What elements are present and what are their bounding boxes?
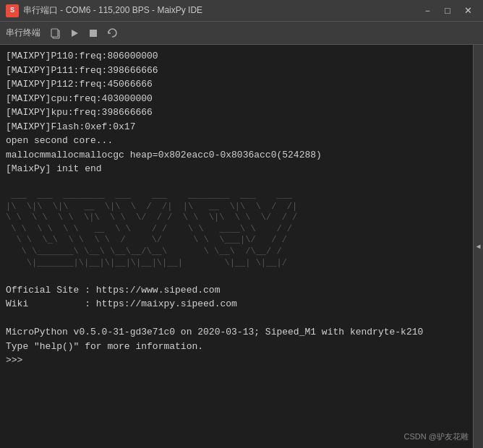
terminal-line [6,269,467,283]
terminal-line: mallocmmallocmallocgc heap=0x802eacc0-0x… [6,148,467,163]
terminal-line: MicroPython v0.5.0-31-gd3e71c0 on 2020-0… [6,325,467,340]
terminal-line: [MAIXPY]P111:freq:398666666 [6,64,467,78]
ascii-art-line: \|_______|\|__|\|__|\|__|\|__| \|__| \|_… [6,258,467,270]
svg-marker-2 [72,30,78,37]
main-container: [MAIXPY]P110:freq:806000000[MAIXPY]P111:… [0,45,483,448]
close-button[interactable]: ✕ [458,4,477,18]
collapse-arrow-icon: ◀ [476,242,480,251]
run-icon [69,28,80,38]
ascii-art-line: \ \ \ \ \ \ \|\ \ \ \/ / / \ \ \|\ \ \ \… [6,212,467,224]
terminal-output[interactable]: [MAIXPY]P110:freq:806000000[MAIXPY]P111:… [0,45,473,448]
toolbar: 串行终端 [0,22,483,45]
terminal-line: [MAIXPY]P112:freq:45066666 [6,77,467,92]
title-bar-left: S 串行端口 - COM6 - 115,200 BPS - MaixPy IDE [6,4,202,17]
terminal-line: open second core... [6,134,467,148]
stop-button[interactable] [85,25,101,41]
svg-rect-1 [51,29,58,37]
minimize-button[interactable]: － [418,4,437,18]
refresh-button[interactable] [104,25,120,41]
run-button[interactable] [67,25,82,41]
terminal-line: Type "help()" for more information. [6,340,467,354]
terminal-line: [MaixPy] init end [6,162,467,176]
title-bar-title: 串行端口 - COM6 - 115,200 BPS - MaixPy IDE [23,4,202,17]
watermark: CSDN @驴友花雕 [404,431,469,442]
terminal-line [6,176,467,191]
terminal-line: [MAIXPY]kpu:freq:398666666 [6,105,467,120]
stop-icon [89,29,98,38]
copy-icon [50,27,61,39]
ascii-art-line: ___ ___ ________ ___ ___ ________ ___ __… [6,190,467,202]
title-bar-controls: － □ ✕ [418,4,477,18]
terminal-line: [MAIXPY]Flash:0xef:0x17 [6,120,467,134]
terminal-line: Wiki : https://maixpy.sipeed.com [6,297,467,311]
title-bar: S 串行端口 - COM6 - 115,200 BPS - MaixPy IDE… [0,0,483,22]
terminal-line: Official Site : https://www.sipeed.com [6,283,467,298]
copy-button[interactable] [48,25,64,41]
toolbar-label: 串行终端 [6,27,40,39]
maximize-button[interactable]: □ [438,4,457,18]
terminal-line: [MAIXPY]P110:freq:806000000 [6,49,467,64]
ascii-art-line: |\ \|\ \|\ __ \|\ \ / /| |\ __ \|\ \ / /… [6,202,467,213]
app-icon: S [6,4,19,17]
terminal-line: [MAIXPY]cpu:freq:403000000 [6,92,467,106]
right-collapse-panel[interactable]: ◀ [473,45,483,448]
terminal-line [6,311,467,326]
ascii-art-block: ___ ___ ________ ___ ___ ________ ___ __… [6,190,467,269]
refresh-icon [107,27,118,38]
ascii-art-line: \ \_______\ \__\ \__\__/\__\ \ \__\ /\__… [6,246,467,258]
ascii-art-line: \ \ \ \ \ \ __ \ \ / / \ \ ____\ \ / / [6,224,467,236]
svg-rect-3 [90,30,97,37]
terminal-line: >>> [6,353,467,368]
ascii-art-line: \ \ \_\ \ \ \ \ / \/ \ \ \___|\/ / / [6,235,467,246]
